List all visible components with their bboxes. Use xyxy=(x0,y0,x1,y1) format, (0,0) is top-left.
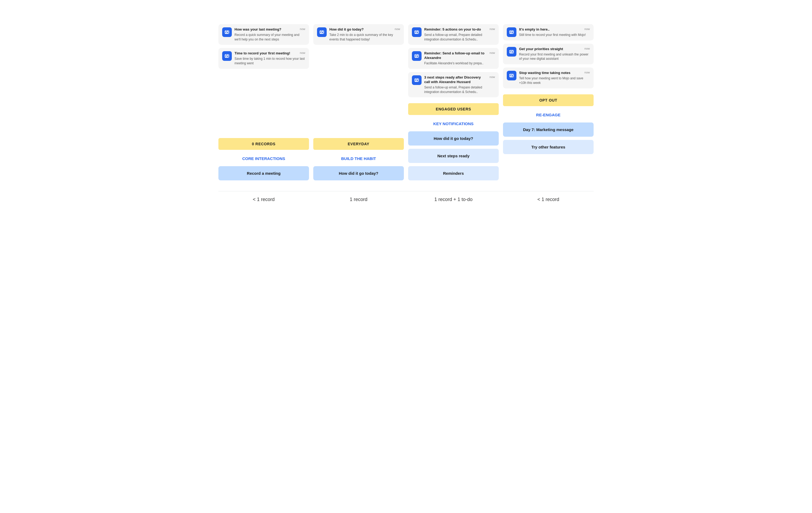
mojo-icon-2-0 xyxy=(412,27,422,37)
mojo-icon-3-0 xyxy=(507,27,516,37)
notif-title-2-0: Reminder: 5 actions on your to-do xyxy=(424,27,488,32)
mojo-icon-3-1 xyxy=(507,47,516,57)
notif-content-3-1: Get your priorities straight now Record … xyxy=(519,47,590,61)
column-col3: Reminder: 5 actions on your to-do now Se… xyxy=(408,24,499,180)
notif-body-3-1: Record your first meeting and unleash th… xyxy=(519,52,590,61)
notification-card-1-0: How did it go today? now Take 2 min to d… xyxy=(313,24,404,45)
notif-body-3-2: Tell how your meeting went to Mojo and s… xyxy=(519,76,590,85)
bottom-label-0: < 1 record xyxy=(219,197,309,202)
notif-title-2-1: Reminder: Send a follow-up email to Alex… xyxy=(424,51,488,60)
notif-time-0-0: now xyxy=(300,27,305,31)
notif-content-0-0: How was your last meeting? now Record a … xyxy=(234,27,305,41)
interaction-btn-2-2[interactable]: Reminders xyxy=(408,166,499,180)
mojo-icon-2-1 xyxy=(412,51,422,61)
notification-card-3-0: It's empty in here.. now Still time to r… xyxy=(503,24,593,40)
interaction-btn-2-0[interactable]: How did it go today? xyxy=(408,131,499,146)
interaction-btn-3-0[interactable]: Day 7: Marketing message xyxy=(503,122,593,137)
notif-title-2-2: 3 next steps ready after Discovery call … xyxy=(424,75,488,84)
notif-title-1-0: How did it go today? xyxy=(329,27,393,32)
notif-time-2-2: now xyxy=(490,75,495,79)
notif-title-3-2: Stop wasting time taking notes xyxy=(519,71,582,75)
category-label-1: BUILD THE HABIT xyxy=(313,153,404,163)
notif-title-0-1: Time to record your first meeting! xyxy=(234,51,298,56)
notif-content-3-0: It's empty in here.. now Still time to r… xyxy=(519,27,590,37)
interaction-btn-3-1[interactable]: Try other features xyxy=(503,140,593,154)
bottom-bar: < 1 record1 record1 record + 1 to-do< 1 … xyxy=(219,191,593,202)
notif-content-2-0: Reminder: 5 actions on your to-do now Se… xyxy=(424,27,495,41)
notif-body-2-0: Send a follow-up email, Prepare detailed… xyxy=(424,33,495,42)
notif-time-0-1: now xyxy=(300,51,305,54)
category-label-3: RE-ENGAGE xyxy=(503,109,593,119)
notif-time-1-0: now xyxy=(395,27,400,31)
bottom-label-3: < 1 record xyxy=(503,197,593,202)
notif-title-0-0: How was your last meeting? xyxy=(234,27,298,32)
notification-card-2-2: 3 next steps ready after Discovery call … xyxy=(408,72,499,97)
notif-time-3-1: now xyxy=(584,47,590,50)
column-col4: It's empty in here.. now Still time to r… xyxy=(503,24,593,180)
category-banner-0: 0 RECORDS xyxy=(219,138,309,150)
category-label-0: CORE INTERACTIONS xyxy=(219,153,309,163)
notification-card-0-1: Time to record your first meeting! now S… xyxy=(219,48,309,68)
main-grid: How was your last meeting? now Record a … xyxy=(219,24,593,180)
notif-content-3-2: Stop wasting time taking notes now Tell … xyxy=(519,71,590,85)
mojo-icon-3-2 xyxy=(507,71,516,80)
mojo-icon-2-2 xyxy=(412,75,422,85)
bottom-label-1: 1 record xyxy=(313,197,404,202)
interaction-btn-1-0[interactable]: How did it go today? xyxy=(313,166,404,180)
notif-body-3-0: Still time to record your first meeting … xyxy=(519,33,590,37)
notif-content-2-2: 3 next steps ready after Discovery call … xyxy=(424,75,495,94)
column-col2: How did it go today? now Take 2 min to d… xyxy=(313,24,404,180)
notif-time-3-2: now xyxy=(584,71,590,74)
interaction-btn-0-0[interactable]: Record a meeting xyxy=(219,166,309,180)
notification-card-3-2: Stop wasting time taking notes now Tell … xyxy=(503,67,593,88)
category-banner-2: ENGAGED USERS xyxy=(408,103,499,115)
notif-time-2-1: now xyxy=(490,51,495,54)
category-label-2: KEY NOTIFICATIONS xyxy=(408,118,499,128)
category-banner-1: EVERYDAY xyxy=(313,138,404,150)
bottom-label-2: 1 record + 1 to-do xyxy=(408,197,499,202)
mojo-icon-0-0 xyxy=(222,27,232,37)
notif-content-1-0: How did it go today? now Take 2 min to d… xyxy=(329,27,400,41)
mojo-icon-0-1 xyxy=(222,51,232,61)
notif-title-3-0: It's empty in here.. xyxy=(519,27,582,32)
notif-body-2-2: Send a follow-up email, Prepare detailed… xyxy=(424,85,495,94)
interaction-btn-2-1[interactable]: Next steps ready xyxy=(408,149,499,163)
notification-card-3-1: Get your priorities straight now Record … xyxy=(503,44,593,64)
notif-body-0-1: Save time by taking 1 min to record how … xyxy=(234,57,305,66)
notification-card-2-1: Reminder: Send a follow-up email to Alex… xyxy=(408,48,499,69)
notif-content-2-1: Reminder: Send a follow-up email to Alex… xyxy=(424,51,495,66)
notif-time-2-0: now xyxy=(490,27,495,31)
notif-content-0-1: Time to record your first meeting! now S… xyxy=(234,51,305,65)
notif-body-0-0: Record a quick summary of your meeting a… xyxy=(234,33,305,42)
notification-card-0-0: How was your last meeting? now Record a … xyxy=(219,24,309,45)
notif-body-1-0: Take 2 min to do a quick summary of the … xyxy=(329,33,400,42)
notif-title-3-1: Get your priorities straight xyxy=(519,47,582,52)
notif-time-3-0: now xyxy=(584,27,590,31)
notification-card-2-0: Reminder: 5 actions on your to-do now Se… xyxy=(408,24,499,45)
column-col1: How was your last meeting? now Record a … xyxy=(219,24,309,180)
category-banner-3: OPT OUT xyxy=(503,94,593,106)
notif-body-2-1: Facilitate Alexandre's workload by prepa… xyxy=(424,61,495,66)
mojo-icon-1-0 xyxy=(317,27,327,37)
